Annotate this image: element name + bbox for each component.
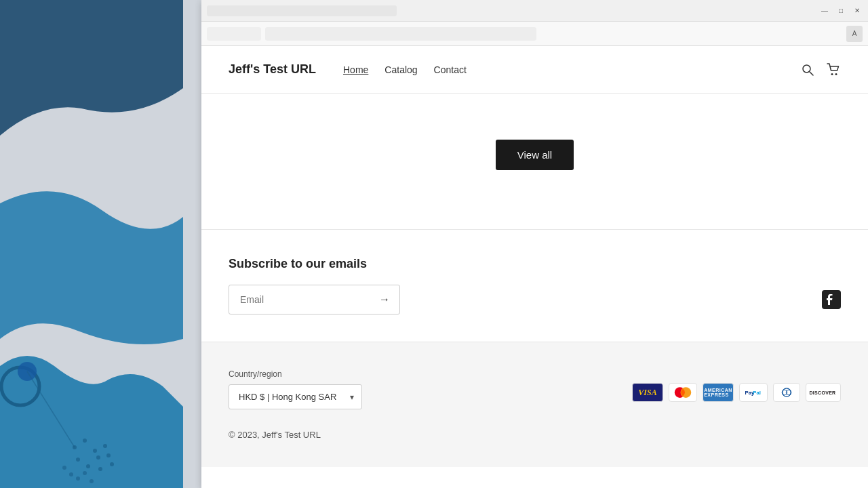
toolbar-url-bar[interactable] (265, 27, 536, 41)
visa-payment-icon: VISA (632, 383, 663, 402)
email-input[interactable] (229, 286, 370, 313)
diners-payment-icon (773, 383, 800, 402)
country-select[interactable]: HKD $ | Hong Kong SAR USD $ | United Sta… (229, 384, 362, 409)
browser-window: — □ ✕ A Jeff's Test URL Home Catalog Con… (201, 0, 868, 488)
browser-toolbar: A (201, 22, 868, 46)
footer-copyright: © 2023, Jeff's Test URL (229, 430, 841, 440)
svg-point-15 (90, 479, 94, 483)
svg-point-12 (69, 472, 73, 476)
svg-point-14 (83, 471, 87, 475)
title-url-bar (207, 5, 397, 16)
main-content: View all (201, 94, 868, 229)
site-nav: Home Catalog Contact (343, 64, 800, 75)
svg-point-16 (18, 362, 37, 381)
maximize-button[interactable]: □ (835, 5, 846, 16)
svg-point-2 (83, 439, 87, 443)
nav-home[interactable]: Home (343, 64, 368, 75)
site-header: Jeff's Test URL Home Catalog Contact (201, 46, 868, 94)
mastercard-payment-icon (669, 383, 697, 402)
svg-point-4 (76, 458, 80, 462)
svg-line-17 (27, 371, 75, 447)
site-logo: Jeff's Test URL (229, 62, 316, 77)
amex-payment-icon: AMERICAN EXPRESS (703, 383, 734, 402)
svg-point-27 (783, 388, 791, 396)
country-section: Country/region HKD $ | Hong Kong SAR USD… (229, 369, 362, 409)
payment-icons: VISA AMERICAN EXPRESS (632, 369, 841, 402)
footer-top: Country/region HKD $ | Hong Kong SAR USD… (229, 369, 841, 409)
titlebar-controls: — □ ✕ (819, 5, 863, 16)
country-select-wrapper: HKD $ | Hong Kong SAR USD $ | United Sta… (229, 384, 362, 409)
svg-point-18 (803, 65, 810, 73)
translate-icon[interactable]: A (846, 26, 863, 42)
nav-contact[interactable]: Contact (434, 64, 467, 75)
view-all-button[interactable]: View all (496, 140, 574, 170)
svg-point-20 (831, 73, 833, 75)
svg-point-1 (73, 445, 77, 449)
close-button[interactable]: ✕ (852, 5, 863, 16)
social-icons (822, 285, 841, 309)
paypal-payment-icon: Pay Pal (739, 383, 768, 402)
search-icon[interactable] (800, 62, 815, 77)
minimize-button[interactable]: — (819, 5, 830, 16)
page-content: Jeff's Test URL Home Catalog Contact (201, 46, 868, 488)
titlebar-left (207, 5, 819, 16)
facebook-icon[interactable] (822, 290, 841, 309)
discover-payment-icon: DISCOVER (806, 383, 841, 402)
subscribe-submit-button[interactable]: → (370, 285, 399, 314)
svg-point-9 (110, 462, 114, 466)
browser-titlebar: — □ ✕ (201, 0, 868, 22)
svg-point-10 (98, 467, 102, 471)
svg-point-11 (62, 466, 66, 470)
svg-point-21 (835, 73, 837, 75)
svg-text:Pal: Pal (753, 390, 761, 396)
site-footer: Country/region HKD $ | Hong Kong SAR USD… (201, 342, 868, 467)
subscribe-title: Subscribe to our emails (229, 257, 841, 271)
country-label: Country/region (229, 369, 362, 379)
svg-line-19 (810, 72, 813, 75)
svg-point-8 (106, 453, 111, 458)
svg-point-5 (86, 464, 90, 468)
svg-point-0 (1, 367, 39, 405)
subscribe-section: Subscribe to our emails → (201, 229, 868, 342)
svg-point-6 (96, 455, 100, 460)
svg-point-13 (76, 476, 80, 481)
header-actions (800, 62, 841, 77)
svg-point-3 (93, 449, 97, 453)
toolbar-nav-controls (207, 27, 261, 41)
arrow-icon: → (379, 293, 390, 306)
subscribe-row: → (229, 285, 841, 314)
subscribe-form: → (229, 285, 400, 314)
svg-point-7 (103, 444, 107, 448)
nav-catalog[interactable]: Catalog (384, 64, 417, 75)
cart-icon[interactable] (826, 62, 841, 77)
